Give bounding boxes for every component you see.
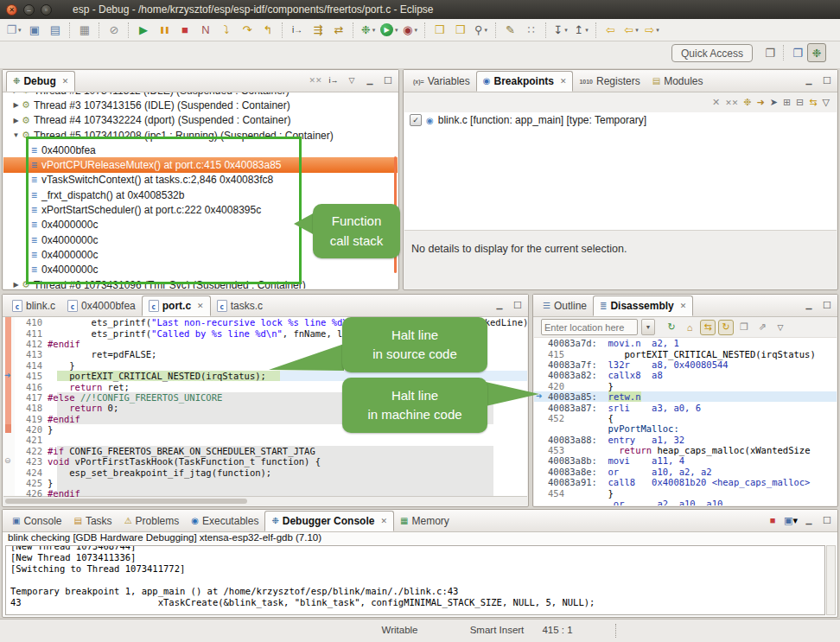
line-number[interactable]: 413	[15, 349, 48, 359]
line-number[interactable]: 412	[15, 339, 48, 349]
line-number[interactable]: 424	[15, 467, 48, 478]
tab-0x4000bfea[interactable]: c0x4000bfea	[61, 296, 142, 316]
line-number[interactable]: 422	[15, 446, 48, 456]
line-number[interactable]: 417	[15, 392, 48, 403]
close-icon[interactable]: ✕	[380, 517, 387, 525]
open-perspective-button[interactable]: ❐	[760, 43, 780, 62]
breakpoint-checkbox[interactable]: ✓	[410, 114, 422, 126]
terminate-button[interactable]: ■	[765, 512, 780, 528]
debug-button-dropdown-icon[interactable]: ▾	[372, 27, 376, 34]
terminate-button[interactable]: ■	[175, 21, 195, 40]
profile-button[interactable]: ◉▾	[400, 21, 421, 40]
view-menu[interactable]: ▽	[823, 97, 830, 108]
line-number[interactable]: 411	[15, 328, 48, 339]
open-element-button[interactable]: ❒	[450, 21, 471, 40]
disassembly-row[interactable]: 452 {	[534, 413, 837, 423]
new-view-button[interactable]: ❐	[736, 320, 752, 335]
disassembly-row[interactable]: 40083a7f: l32r a8, 0x40080544	[534, 359, 837, 370]
debug-thread-row[interactable]: ▶⚙Thread #6 1073431096 (Tmr Svc) (Suspen…	[3, 277, 398, 289]
minimize-button[interactable]: ▁	[492, 297, 507, 313]
close-icon[interactable]: ✕	[560, 77, 567, 86]
suspend-button[interactable]: ❚❚	[154, 21, 175, 40]
tab-disassembly[interactable]: ≣Disassembly✕	[593, 296, 693, 316]
expand-all-button[interactable]: ⊞	[783, 97, 791, 108]
tab-blink-c[interactable]: cblink.c	[6, 296, 61, 316]
last-edit-location-button[interactable]: ✎	[500, 21, 521, 40]
tab-outline[interactable]: ☰Outline	[537, 296, 593, 316]
editor-horizontal-scrollbar[interactable]	[3, 496, 527, 505]
resume-button[interactable]: ▶	[133, 21, 154, 40]
debug-button[interactable]: ❉▾	[358, 21, 379, 40]
restart-button[interactable]: ⇄	[328, 21, 349, 40]
disassembly-row[interactable]: pvPortMalloc:	[534, 423, 837, 434]
code-line-422[interactable]: 422#if CONFIG_FREERTOS_BREAK_ON_SCHEDULE…	[15, 446, 527, 456]
code-line-421[interactable]: 421	[15, 435, 527, 445]
disassembly-row[interactable]: 40083a82: callx8 a8	[534, 370, 837, 380]
minimize-button[interactable]: ▁	[801, 73, 817, 88]
code-line-425[interactable]: 425}	[15, 478, 527, 488]
close-icon[interactable]: ✕	[197, 302, 204, 310]
instruction-stepping-button[interactable]: i→	[287, 21, 308, 40]
run-button[interactable]: ▶▾	[379, 21, 400, 40]
select-default-button[interactable]: ➤	[770, 97, 778, 108]
window-maximize-icon[interactable]: ▫	[41, 4, 52, 16]
disassembly-row[interactable]: 453 return heap_caps_malloc(xWantedSize	[534, 445, 837, 455]
tab-tasks[interactable]: ▤Tasks	[67, 511, 118, 531]
previous-annotation-button-dropdown-icon[interactable]: ▾	[585, 27, 589, 34]
debug-thread-row[interactable]: ▶⚙Thread #3 1073413156 (IDLE) (Suspended…	[3, 98, 398, 112]
binary-button[interactable]: ▦	[74, 21, 95, 40]
line-number[interactable]: 426	[15, 488, 48, 497]
debug-thread-row[interactable]: ▶⚙Thread #4 1073432224 (dport) (Suspende…	[3, 113, 398, 128]
previous-annotation-button[interactable]: ↥▾	[571, 21, 592, 40]
editor-annotation-ruler[interactable]	[3, 317, 15, 497]
instruction-stepping-toggle[interactable]: i→	[326, 73, 341, 88]
console-output[interactable]: [New Thread 1073468744][New Thread 10734…	[5, 545, 825, 615]
line-number[interactable]: 410	[15, 317, 48, 327]
window-minimize-icon[interactable]: –	[23, 4, 35, 16]
disassembly-row[interactable]: 40083a8b: movi a11, 4	[534, 455, 837, 466]
search-button-dropdown-icon[interactable]: ▾	[485, 27, 488, 34]
tab-breakpoints[interactable]: ◉Breakpoints✕	[476, 71, 574, 92]
disassembly-row[interactable]: 40083a85: retw.n	[534, 391, 837, 402]
tab-debugger-console[interactable]: ❉Debugger Console✕	[264, 511, 394, 531]
disconnect-button[interactable]: N	[195, 21, 216, 40]
save-button[interactable]: ▣	[24, 21, 45, 40]
save-all-button[interactable]: ▤	[45, 21, 66, 40]
line-number[interactable]: 421	[15, 435, 48, 445]
forward-button-dropdown-icon[interactable]: ▾	[656, 27, 659, 34]
disassembly-row[interactable]: 40083a8e: or a10, a2, a2	[534, 467, 837, 477]
close-icon[interactable]: ✕	[62, 77, 69, 86]
home-button[interactable]: ⌂	[682, 320, 697, 335]
view-menu[interactable]: ▽	[344, 73, 360, 88]
tab-variables[interactable]: (x)=Variables	[407, 71, 476, 92]
refresh-button[interactable]: ↻	[664, 320, 679, 335]
disassembly-row[interactable]: or a2, a10, a10	[534, 499, 837, 505]
follow-pc-button[interactable]: ↻	[718, 320, 734, 335]
location-dropdown-icon[interactable]: ▼	[641, 319, 655, 335]
debug-thread-row[interactable]: ▼⚙Thread #5 1073410208 (ipc1 : Running) …	[3, 128, 398, 143]
console-scrollbar[interactable]	[826, 545, 836, 615]
remove-breakpoint-button[interactable]: ✕	[712, 97, 720, 108]
line-number[interactable]: 415	[15, 371, 48, 381]
disassembly-row[interactable]: 40083a7d: movi.n a2, 1	[534, 338, 837, 348]
line-number[interactable]: 418	[15, 403, 48, 413]
tab-registers[interactable]: 1010Registers	[573, 71, 646, 92]
tab-executables[interactable]: ◉Executables	[185, 511, 264, 531]
line-number[interactable]: 425	[15, 478, 48, 488]
link-with-debug-button[interactable]: ⇆	[809, 97, 817, 108]
debug-frame-row[interactable]: ≡0x4000bfea	[3, 143, 398, 157]
tab-tasks-c[interactable]: ctasks.c	[211, 296, 269, 316]
show-breakpoints-button[interactable]: ❉	[743, 97, 751, 108]
new-wizard-button-dropdown-icon[interactable]: ▾	[18, 27, 22, 34]
disassembly-row[interactable]: 40083a88: entry a1, 32	[534, 435, 837, 445]
tab-memory[interactable]: ▦Memory	[394, 511, 455, 531]
tab-problems[interactable]: ⚠Problems	[118, 511, 186, 531]
expander-icon[interactable]: ▶	[11, 101, 21, 109]
breakpoint-row[interactable]: ✓◉blink.c [function: app_main] [type: Te…	[404, 112, 837, 128]
step-over-button[interactable]: ↷	[237, 21, 258, 40]
pin-button[interactable]: ⇗	[754, 320, 770, 335]
maximize-button[interactable]: ☐	[819, 73, 835, 88]
minimize-button[interactable]: ▁	[801, 297, 817, 313]
expander-icon[interactable]: ▶	[11, 117, 21, 124]
maximize-button[interactable]: ☐	[380, 73, 396, 88]
